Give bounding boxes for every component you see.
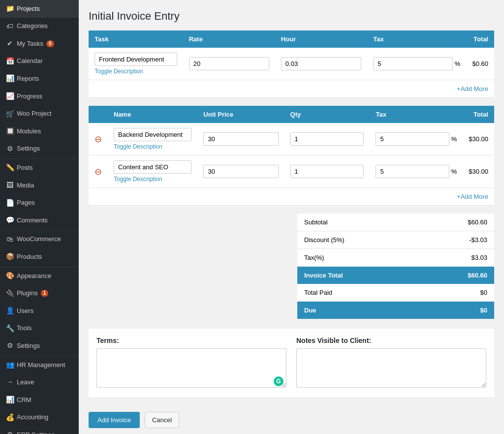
remove-row-button-2[interactable]: ⊖ [94, 166, 102, 177]
summary-table: Subtotal $60.60 Discount (5%) -$3.03 Tax… [297, 214, 494, 319]
due-label: Due [297, 302, 419, 319]
tax-cell: % [367, 48, 466, 80]
product-table: Name Unit Price Qty Tax Total ⊖ Toggle D… [89, 106, 494, 206]
sidebar-item-progress[interactable]: 📈 Progress [0, 88, 79, 105]
rate-cell [183, 48, 275, 80]
product-name-cell-2: Toggle Description [108, 155, 197, 188]
products-icon: 📦 [6, 252, 14, 262]
sidebar-item-accounting[interactable]: 💰 Accounting [0, 409, 79, 427]
tax-row: Tax(%) $3.03 [297, 249, 494, 267]
accounting-icon: 💰 [6, 413, 14, 423]
reports-icon: 📊 [6, 74, 14, 84]
remove-row-button-1[interactable]: ⊖ [94, 134, 102, 145]
sidebar-item-media[interactable]: 🖼 Media [0, 177, 79, 194]
qty-input-1[interactable] [290, 132, 364, 146]
progress-icon: 📈 [6, 92, 14, 101]
notes-textarea[interactable] [296, 348, 486, 388]
discount-row: Discount (5%) -$3.03 [297, 231, 494, 249]
sidebar-item-settings[interactable]: ⚙ Settings [0, 140, 79, 158]
product-total-cell-2: $30.00 [463, 155, 494, 188]
plugins-icon: 🔌 [6, 289, 14, 299]
crm-icon: 📊 [6, 395, 14, 405]
tax-value: $3.03 [419, 249, 494, 267]
product-tax-input-2[interactable] [376, 165, 449, 178]
hour-col-header: Hour [275, 31, 367, 48]
product-add-more-link[interactable]: +Add More [457, 193, 488, 200]
qty-input-2[interactable] [290, 165, 364, 178]
page-title: Initial Invoice Entry [89, 10, 494, 23]
sidebar-item-wp-settings[interactable]: ⚙ Settings [0, 337, 79, 355]
cancel-button[interactable]: Cancel [145, 412, 179, 428]
posts-icon: ✏️ [6, 163, 14, 173]
product-total-col-header: Total [463, 106, 494, 123]
discount-label: Discount (5%) [297, 231, 419, 249]
sidebar-item-crm[interactable]: 📊 CRM [0, 391, 79, 409]
task-col-header: Task [89, 31, 183, 48]
task-add-more-link[interactable]: +Add More [457, 85, 488, 93]
subtotal-value: $60.60 [419, 214, 494, 231]
product-tax-symbol-2: % [451, 168, 457, 175]
task-add-more-cell: +Add More [89, 80, 494, 98]
table-row: ⊖ Toggle Description % [89, 155, 494, 188]
toggle-description-link-1[interactable]: Toggle Description [114, 143, 191, 150]
check-icon: ✔ [6, 39, 14, 49]
terms-textarea[interactable] [96, 348, 286, 388]
product-tax-cell-1: % [370, 123, 463, 155]
sidebar-item-woo-project[interactable]: 🛒 Woo Project [0, 105, 79, 123]
sidebar-item-comments[interactable]: 💬 Comments [0, 212, 79, 229]
my-tasks-badge: 0 [46, 40, 54, 47]
tag-icon: 🏷 [6, 22, 14, 31]
sidebar-item-my-tasks[interactable]: ✔ My Tasks 0 [0, 35, 79, 53]
tax-label: Tax(%) [297, 249, 419, 267]
toggle-description-link[interactable]: Toggle Description [94, 68, 177, 75]
remove-cell-1: ⊖ [89, 123, 108, 155]
toggle-description-link-2[interactable]: Toggle Description [114, 176, 191, 183]
sidebar-item-tools[interactable]: 🔧 Tools [0, 320, 79, 338]
table-row: ⊖ Toggle Description % [89, 123, 494, 155]
due-value: $0 [419, 302, 494, 319]
hour-input[interactable] [281, 57, 361, 70]
terms-label: Terms: [96, 337, 286, 344]
add-invoice-button[interactable]: Add Invoice [89, 412, 140, 428]
qty-cell-2 [284, 155, 370, 188]
sidebar-item-categories[interactable]: 🏷 Categories [0, 18, 79, 35]
sidebar-item-reports[interactable]: 📊 Reports [0, 70, 79, 88]
due-row: Due $0 [297, 302, 494, 319]
sidebar-item-products[interactable]: 📦 Products [0, 248, 79, 266]
product-add-more-cell: +Add More [89, 188, 494, 206]
notes-label: Notes Visible to Client: [296, 337, 486, 344]
pages-icon: 📄 [6, 198, 14, 208]
rate-input[interactable] [189, 57, 269, 70]
users-icon: 👤 [6, 306, 14, 316]
main-content: Initial Invoice Entry Task Rate Hour Tax… [79, 0, 504, 434]
product-name-input-1[interactable] [114, 128, 191, 141]
sidebar-item-woocommerce[interactable]: 🛍 WooCommerce [0, 231, 79, 248]
sidebar-item-leave[interactable]: → Leave [0, 373, 79, 391]
tax-input[interactable] [373, 57, 453, 70]
sidebar-item-hr-management[interactable]: 👥 HR Management [0, 356, 79, 374]
leave-icon: → [6, 377, 14, 387]
sidebar-item-projects[interactable]: 📁 Projects [0, 0, 79, 18]
sidebar-item-calendar[interactable]: 📅 Calendar [0, 53, 79, 70]
sidebar-item-modules[interactable]: 🔲 Modules [0, 123, 79, 140]
sidebar-item-posts[interactable]: ✏️ Posts [0, 159, 79, 177]
unit-price-input-2[interactable] [203, 165, 278, 178]
tools-icon: 🔧 [6, 324, 14, 334]
product-tax-input-1[interactable] [376, 132, 449, 146]
rate-col-header: Rate [183, 31, 275, 48]
unit-price-input-1[interactable] [203, 132, 278, 146]
task-name-input[interactable] [94, 53, 177, 66]
sidebar-item-erp-settings[interactable]: ⚙ ERP Settings [0, 426, 79, 434]
sidebar: 📁 Projects 🏷 Categories ✔ My Tasks 0 📅 C… [0, 0, 79, 434]
sidebar-item-plugins[interactable]: 🔌 Plugins 1 [0, 285, 79, 303]
total-paid-row: Total Paid $0 [297, 284, 494, 302]
qty-col-header: Qty [284, 106, 370, 123]
product-add-more-row: +Add More [89, 188, 494, 206]
sidebar-item-users[interactable]: 👤 Users [0, 302, 79, 320]
sidebar-item-appearance[interactable]: 🎨 Appearance [0, 267, 79, 285]
sidebar-item-pages[interactable]: 📄 Pages [0, 194, 79, 212]
action-buttons: Add Invoice Cancel [89, 407, 494, 433]
product-name-cell-1: Toggle Description [108, 123, 197, 155]
total-cell: $0.60 [466, 48, 494, 80]
product-name-input-2[interactable] [114, 160, 191, 174]
